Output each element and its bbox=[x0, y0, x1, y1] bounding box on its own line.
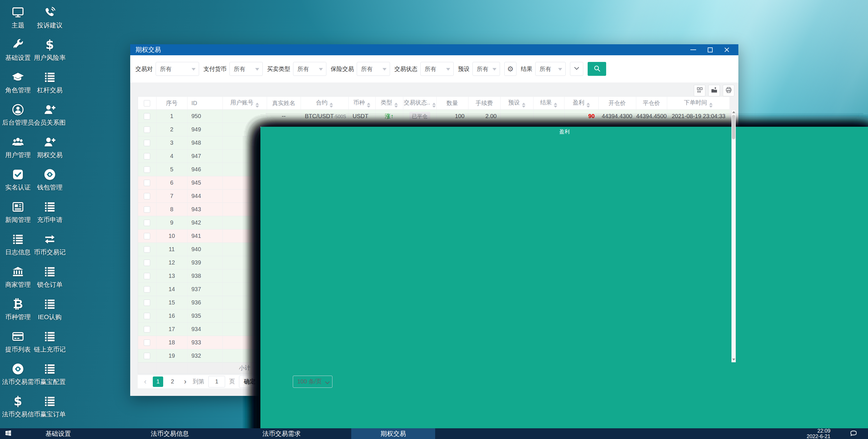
table-scrollbar[interactable] bbox=[732, 109, 736, 362]
row-checkbox[interactable] bbox=[144, 326, 150, 333]
row-checkbox[interactable] bbox=[144, 246, 150, 253]
page-size-select[interactable]: 100 条/页 bbox=[293, 376, 332, 388]
print-button[interactable] bbox=[723, 85, 734, 96]
desktop-shortcut[interactable]: 杠杆交易 bbox=[35, 69, 65, 101]
row-checkbox[interactable] bbox=[144, 113, 150, 120]
search-button[interactable] bbox=[588, 62, 606, 76]
column-header[interactable]: 合约 bbox=[301, 97, 348, 110]
goto-page-input[interactable] bbox=[208, 376, 225, 387]
page-number-button[interactable]: 1 bbox=[153, 376, 163, 387]
column-header[interactable]: 用户账号 bbox=[222, 97, 267, 110]
column-header[interactable]: ID bbox=[187, 97, 222, 110]
desktop-shortcut[interactable]: $ 用户风险率 bbox=[35, 36, 65, 69]
column-header[interactable]: 平仓价 bbox=[636, 97, 667, 110]
desktop-shortcut[interactable]: 币币交易记 bbox=[35, 231, 65, 263]
row-checkbox[interactable] bbox=[144, 180, 150, 186]
row-checkbox[interactable] bbox=[144, 353, 150, 359]
desktop-shortcut[interactable]: 角色管理 bbox=[3, 69, 33, 101]
gear-button[interactable]: ⚙ bbox=[504, 62, 517, 76]
desktop-shortcut[interactable]: 商家管理 bbox=[3, 263, 33, 296]
taskbar-tab[interactable]: 期权交易 bbox=[351, 428, 435, 439]
sort-icon[interactable] bbox=[554, 103, 557, 108]
select-all-checkbox[interactable] bbox=[144, 100, 150, 106]
desktop-shortcut[interactable]: 期权交易 bbox=[35, 134, 65, 166]
column-header[interactable]: 交易状态.. bbox=[403, 97, 436, 110]
row-checkbox[interactable] bbox=[144, 259, 150, 266]
desktop-shortcut[interactable]: 提币列表 bbox=[3, 328, 33, 360]
scroll-up-icon[interactable] bbox=[732, 111, 735, 113]
confirm-button[interactable]: 确定 bbox=[239, 376, 260, 388]
prev-page-button[interactable]: ‹ bbox=[142, 377, 149, 386]
sort-icon[interactable] bbox=[432, 103, 436, 108]
column-header[interactable]: 预设 bbox=[500, 97, 533, 110]
scroll-down-icon[interactable] bbox=[732, 358, 735, 360]
filter-select[interactable]: 所有 bbox=[421, 62, 454, 76]
filter-select[interactable]: 所有 bbox=[293, 62, 327, 76]
window-titlebar[interactable]: 期权交易 bbox=[130, 44, 738, 55]
desktop-shortcut[interactable]: 锁仓订单 bbox=[35, 263, 65, 296]
row-checkbox[interactable] bbox=[144, 340, 150, 346]
scrollbar-thumb[interactable] bbox=[732, 115, 735, 139]
sort-icon[interactable] bbox=[394, 103, 398, 108]
desktop-shortcut[interactable]: 充币申请 bbox=[35, 198, 65, 231]
column-header[interactable]: 开仓价 bbox=[598, 97, 636, 110]
row-checkbox[interactable] bbox=[144, 126, 150, 133]
start-button[interactable] bbox=[0, 428, 16, 439]
collapse-filters-button[interactable] bbox=[570, 62, 583, 76]
column-header[interactable]: 类型 bbox=[375, 97, 403, 110]
desktop-shortcut[interactable]: ₿ 币种管理 bbox=[3, 296, 33, 328]
sort-icon[interactable] bbox=[255, 103, 259, 108]
maximize-button[interactable] bbox=[704, 45, 716, 55]
sort-icon[interactable] bbox=[587, 103, 590, 108]
column-header[interactable]: 数量 bbox=[436, 97, 468, 110]
row-checkbox[interactable] bbox=[144, 313, 150, 319]
desktop-shortcut[interactable]: 日志信息 bbox=[3, 231, 33, 263]
row-checkbox[interactable] bbox=[144, 153, 150, 159]
next-page-button[interactable]: › bbox=[182, 377, 189, 386]
sort-icon[interactable] bbox=[709, 103, 713, 108]
column-header[interactable]: 结果 bbox=[533, 97, 564, 110]
desktop-shortcut[interactable]: 法币交易需 bbox=[3, 360, 33, 393]
close-button[interactable] bbox=[720, 45, 733, 55]
row-checkbox[interactable] bbox=[144, 286, 150, 292]
desktop-shortcut[interactable]: 投诉建议 bbox=[35, 4, 65, 36]
desktop-shortcut[interactable]: 会员关系图 bbox=[35, 101, 65, 134]
minimize-button[interactable] bbox=[687, 45, 700, 55]
desktop-shortcut[interactable]: 用户管理 bbox=[3, 134, 33, 166]
desktop-shortcut[interactable]: 币赢宝配置 bbox=[35, 360, 65, 393]
taskbar-tab[interactable]: 基础设置 bbox=[16, 428, 100, 439]
desktop-shortcut[interactable]: 主题 bbox=[3, 4, 33, 36]
column-header[interactable]: 真实姓名 bbox=[267, 97, 301, 110]
desktop-shortcut[interactable]: 币赢宝订单 bbox=[35, 393, 65, 426]
column-header[interactable]: 下单时间 bbox=[667, 97, 730, 110]
page-number-button[interactable]: 2 bbox=[167, 376, 178, 387]
row-checkbox[interactable] bbox=[144, 300, 150, 306]
export-button[interactable] bbox=[708, 85, 720, 96]
desktop-shortcut[interactable]: 新闻管理 bbox=[3, 198, 33, 231]
column-header[interactable]: 币种 bbox=[348, 97, 375, 110]
sort-icon[interactable] bbox=[330, 103, 333, 108]
row-checkbox[interactable] bbox=[144, 273, 150, 279]
desktop-shortcut[interactable]: 后台管理员 bbox=[3, 101, 33, 134]
row-checkbox[interactable] bbox=[144, 193, 150, 199]
row-checkbox[interactable] bbox=[144, 206, 150, 213]
desktop-shortcut[interactable]: IEO认购 bbox=[35, 296, 65, 328]
filter-select[interactable]: 所有 bbox=[535, 62, 566, 76]
column-header[interactable]: 盈利 bbox=[564, 97, 598, 110]
filter-select[interactable]: 所有 bbox=[472, 62, 500, 76]
sort-icon[interactable] bbox=[522, 103, 525, 108]
row-checkbox[interactable] bbox=[144, 233, 150, 239]
desktop-shortcut[interactable]: 钱包管理 bbox=[35, 166, 65, 198]
columns-button[interactable] bbox=[694, 85, 705, 96]
filter-select[interactable]: 所有 bbox=[357, 62, 390, 76]
taskbar-tab[interactable]: 法币交易信息 bbox=[128, 428, 212, 439]
column-header[interactable]: 序号 bbox=[156, 97, 187, 110]
row-checkbox[interactable] bbox=[144, 166, 150, 173]
row-checkbox[interactable] bbox=[144, 220, 150, 226]
row-checkbox[interactable] bbox=[144, 140, 150, 146]
chat-bubble-icon[interactable] bbox=[849, 430, 858, 438]
sort-icon[interactable] bbox=[367, 103, 370, 108]
desktop-shortcut[interactable]: 基础设置 bbox=[3, 36, 33, 69]
desktop-shortcut[interactable]: $ 法币交易信 bbox=[3, 393, 33, 426]
column-header[interactable]: 手续费 bbox=[468, 97, 500, 110]
